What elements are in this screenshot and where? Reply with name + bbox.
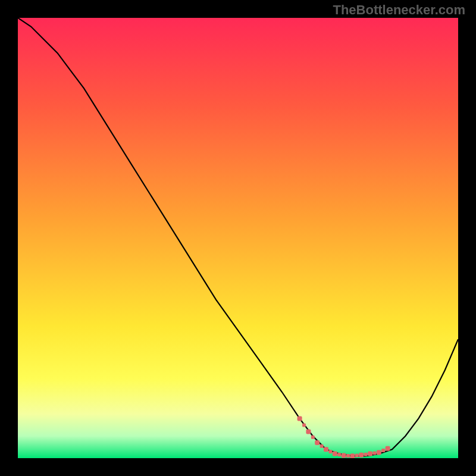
optimal-marker	[346, 454, 350, 458]
optimal-marker	[315, 440, 320, 445]
optimal-marker	[337, 453, 341, 456]
optimal-marker	[355, 454, 359, 458]
optimal-marker	[359, 453, 364, 458]
optimal-marker	[364, 453, 368, 456]
watermark-label: TheBottlenecker.com	[333, 2, 465, 18]
optimal-marker	[311, 436, 315, 439]
optimal-marker	[372, 451, 376, 455]
optimal-marker	[324, 447, 328, 452]
optimal-marker	[350, 453, 355, 458]
optimal-marker	[320, 444, 324, 448]
optimal-marker	[328, 450, 332, 453]
optimal-marker	[302, 424, 306, 427]
optimal-marker	[381, 449, 385, 452]
optimal-marker	[368, 452, 372, 456]
optimal-marker	[386, 446, 390, 451]
bottleneck-chart	[18, 18, 458, 458]
optimal-marker	[333, 452, 337, 456]
optimal-marker	[377, 450, 381, 455]
plot-area	[18, 18, 458, 458]
optimal-marker	[306, 430, 311, 434]
optimal-marker	[342, 453, 346, 458]
optimal-marker	[298, 416, 302, 421]
chart-background	[18, 18, 458, 458]
